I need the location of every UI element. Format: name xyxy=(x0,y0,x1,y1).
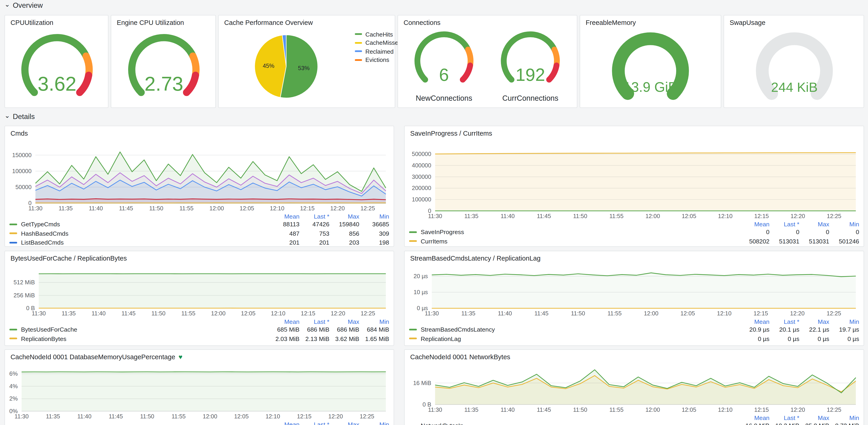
legend-sort-last[interactable]: Last * xyxy=(300,318,330,325)
pie-legend-item-evictions[interactable]: Evictions xyxy=(355,56,401,64)
legend-sort-last[interactable]: Last * xyxy=(300,421,330,425)
gauge-arc xyxy=(463,66,470,80)
legend-value: 513031 xyxy=(799,238,829,244)
legend-sort-min[interactable]: Min xyxy=(359,213,389,220)
panel-title-database-memory-usage[interactable]: CacheNodeId 0001 DatabaseMemoryUsagePerc… xyxy=(5,350,394,364)
pie-legend-item-cachehits[interactable]: CacheHits xyxy=(355,30,401,39)
legend-sort-last[interactable]: Last * xyxy=(770,318,800,325)
x-tick-label: 12:25 xyxy=(361,205,375,211)
legend-sort-min[interactable]: Min xyxy=(359,421,389,425)
x-tick-label: 11:50 xyxy=(140,413,154,420)
legend-sort-mean[interactable]: Mean xyxy=(740,221,770,227)
panel-title-stream-latency[interactable]: StreamBasedCmdsLatency / ReplicationLag xyxy=(405,251,864,266)
legend-sort-min[interactable]: Min xyxy=(829,318,859,325)
legend-series-name[interactable]: CurrItems xyxy=(421,238,447,244)
legend-series-name[interactable]: StreamBasedCmdsLatency xyxy=(421,326,495,333)
y-tick-label: 4% xyxy=(9,383,18,389)
x-tick-label: 12:15 xyxy=(753,310,768,317)
panel-title-cmds[interactable]: Cmds xyxy=(5,126,394,141)
legend-sort-last[interactable]: Last * xyxy=(770,414,800,421)
legend-series-name[interactable]: NetworkBytesIn xyxy=(421,423,463,425)
y-tick-label: 6% xyxy=(9,370,18,377)
legend-header-row: MeanLast *MaxMin xyxy=(9,421,389,425)
legend-sort-min[interactable]: Min xyxy=(359,318,389,325)
legend-sort-max[interactable]: Max xyxy=(330,318,359,325)
legend-sort-max[interactable]: Max xyxy=(799,221,829,227)
legend-sort-max[interactable]: Max xyxy=(330,421,359,425)
legend-value: 3.62 MiB xyxy=(330,335,359,342)
legend-sort-mean[interactable]: Mean xyxy=(270,213,300,220)
legend-sort-max[interactable]: Max xyxy=(799,318,829,325)
x-tick-label: 12:00 xyxy=(646,406,660,413)
x-tick-label: 11:50 xyxy=(149,205,163,211)
pie-legend-item-reclaimed[interactable]: Reclaimed xyxy=(355,47,401,56)
y-tick-label: 500000 xyxy=(412,151,431,157)
x-tick-label: 12:05 xyxy=(682,406,696,413)
stream-latency-chart[interactable]: 0 µs10 µs20 µs11:3011:3511:4011:4511:501… xyxy=(408,266,860,317)
legend-series-name[interactable]: ReplicationLag xyxy=(421,335,461,342)
gauge-value: 244 KiB xyxy=(771,80,818,95)
saveinprogress-chart[interactable]: 010000020000030000040000050000011:3011:3… xyxy=(408,141,860,219)
x-tick-label: 12:05 xyxy=(240,205,254,211)
network-bytes-chart[interactable]: 0 B16 MiB11:3011:3511:4011:4511:5011:551… xyxy=(408,364,860,413)
panel-title-bytes-used[interactable]: BytesUsedForCache / ReplicationBytes xyxy=(5,251,394,266)
save-curritems-plot[interactable]: 010000020000030000040000050000011:3011:3… xyxy=(408,141,860,219)
section-header-details[interactable]: ⌄ Details xyxy=(4,112,35,121)
panel-engine-cpu-utilization: Engine CPU Utilization 2.73 xyxy=(111,15,216,108)
x-tick-label: 12:00 xyxy=(644,310,658,317)
stream-latency-plot[interactable]: 0 µs10 µs20 µs11:3011:3511:4011:4511:501… xyxy=(408,266,860,317)
legend-series-name[interactable]: ReplicationBytes xyxy=(21,335,66,342)
x-tick-label: 12:15 xyxy=(297,413,312,420)
x-tick-label: 11:30 xyxy=(428,406,442,413)
bytes-used-chart[interactable]: 0 B256 MiB512 MiB11:3011:3511:4011:4511:… xyxy=(8,266,390,317)
legend-sort-mean[interactable]: Mean xyxy=(270,421,300,425)
legend-sort-min[interactable]: Min xyxy=(829,221,859,227)
dbmem-pct-plot[interactable]: 0%2%4%6%11:3011:3511:4011:4511:5011:5512… xyxy=(8,364,390,420)
legend-sort-mean[interactable]: Mean xyxy=(740,414,770,421)
legend-value: 0 µs xyxy=(829,335,859,342)
legend-sort-last[interactable]: Last * xyxy=(300,213,330,220)
cmds-chart[interactable]: 05000010000015000011:3011:3511:4011:4511… xyxy=(8,141,390,211)
gauge-value: 13.9 GiB xyxy=(624,79,678,95)
cmds-plot[interactable]: 05000010000015000011:3011:3511:4011:4511… xyxy=(8,141,390,211)
section-header-overview[interactable]: ⌄ Overview xyxy=(4,1,43,9)
legend-sort-mean[interactable]: Mean xyxy=(740,318,770,325)
legend-series-name[interactable]: HashBasedCmds xyxy=(21,230,68,237)
panel-title-network-bytes[interactable]: CacheNodeId 0001 NetworkBytes xyxy=(405,350,864,364)
legend-sort-mean[interactable]: Mean xyxy=(270,318,300,325)
panel-connections: Connections 6 192 NewConnections CurrCon… xyxy=(398,15,578,108)
database-memory-usage-chart[interactable]: 0%2%4%6%11:3011:3511:4011:4511:5011:5512… xyxy=(8,364,390,420)
legend-sort-max[interactable]: Max xyxy=(330,213,359,220)
panel-stream-latency: StreamBasedCmdsLatency / ReplicationLag … xyxy=(404,251,864,346)
x-tick-label: 12:05 xyxy=(682,213,696,219)
legend-sort-max[interactable]: Max xyxy=(799,414,829,421)
legend-series-name[interactable]: ListBasedCmds xyxy=(21,239,64,246)
legend-value: 16.0 MiB xyxy=(740,423,770,425)
legend-sort-last[interactable]: Last * xyxy=(770,221,800,227)
legend-row: CurrItems508202513031513031501246 xyxy=(409,237,859,246)
legend-value: 309 xyxy=(359,230,389,237)
legend-header-row: MeanLast *MaxMin xyxy=(9,318,389,325)
legend-series-name[interactable]: GetTypeCmds xyxy=(21,221,60,228)
x-tick-label: 11:55 xyxy=(610,406,624,413)
x-tick-label: 11:40 xyxy=(92,310,106,317)
x-tick-label: 11:40 xyxy=(89,205,103,211)
bytes-replication-plot[interactable]: 0 B256 MiB512 MiB11:3011:3511:4011:4511:… xyxy=(8,266,390,317)
panel-title-saveinprogress[interactable]: SaveInProgress / CurrItems xyxy=(405,126,864,141)
y-tick-label: 10 µs xyxy=(414,289,428,295)
x-tick-label: 12:20 xyxy=(790,213,805,219)
pie-legend-item-cachemisses[interactable]: CacheMisses xyxy=(355,38,401,47)
curr-connections-gauge: 192 xyxy=(489,25,572,95)
legend-series-name[interactable]: BytesUsedForCache xyxy=(21,326,77,333)
legend-sort-min[interactable]: Min xyxy=(829,414,859,421)
cache-performance-pie-chart[interactable]: 53%45% xyxy=(247,28,325,105)
legend-value: 753 xyxy=(300,230,330,237)
legend-value: 198 xyxy=(359,239,389,246)
series-line xyxy=(22,372,386,372)
network-bytes-plot[interactable]: 0 B16 MiB11:3011:3511:4011:4511:5011:551… xyxy=(408,364,860,413)
x-tick-label: 12:20 xyxy=(331,310,345,317)
chevron-down-icon: ⌄ xyxy=(4,112,10,120)
legend-value: 36685 xyxy=(359,221,389,228)
series-color-marker xyxy=(355,33,362,35)
legend-series-name[interactable]: SaveInProgress xyxy=(421,229,464,235)
